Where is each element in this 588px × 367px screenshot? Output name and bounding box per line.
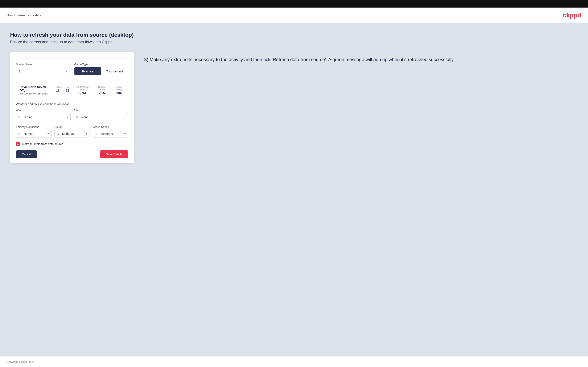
slope-rating-value: 134 (116, 91, 121, 95)
fairway-dropdown-wrapper: ⊙ Normal Firm Soft ▼ (16, 130, 52, 138)
rain-group: Rain ✳ None Light Heavy ▼ (74, 109, 128, 121)
wind-dropdown-wrapper: ≋ Strong Calm Light Moderate ▼ (16, 113, 71, 121)
footer: Copyright Clippd 2022 (0, 356, 588, 367)
course-par: Par 72 (66, 86, 69, 95)
fairway-label: Fairway Conditions (16, 125, 52, 128)
conditions-section-title: Weather and course conditions (optional) (16, 102, 128, 106)
cancel-button[interactable]: Cancel (16, 150, 37, 158)
slope-rating-label: Slope rating (113, 86, 125, 91)
slope-rating: Slope rating 134 (113, 86, 125, 95)
side-info-text: 3) Make any extra edits necessary to the… (144, 56, 578, 63)
conditions-row-1: Wind ≋ Strong Calm Light Moderate ▼ Rain (16, 109, 128, 121)
wind-select[interactable]: Strong Calm Light Moderate (16, 113, 71, 121)
course-name: Royal North Devon GC, (19, 85, 51, 92)
course-info-box: Royal North Devon GC, Westward Ho!, Engl… (16, 82, 128, 98)
action-buttons: Cancel Save Details (16, 150, 128, 158)
refresh-checkbox-label: Refresh shots from data source (22, 142, 63, 146)
content-row: Starting Hole 1 10 ▼ Game Type Practice … (10, 52, 578, 163)
checkmark-icon (17, 143, 19, 145)
rain-label: Rain (74, 109, 128, 112)
partial-top (16, 58, 128, 59)
course-name-block: Royal North Devon GC, Westward Ho!, Engl… (19, 85, 51, 95)
practice-button[interactable]: Practice (74, 67, 101, 75)
logo: clippd (563, 11, 581, 19)
side-info: 3) Make any extra edits necessary to the… (144, 52, 578, 63)
wind-label: Wind (16, 109, 71, 112)
page-subheading: Ensure the correct and most up to date d… (10, 40, 578, 44)
tournament-button[interactable]: Tournament (101, 67, 128, 75)
holes-value: 18 (56, 89, 60, 92)
course-stats: Holes 18 Par 72 Yards/White (M)) 6,744 C… (55, 86, 125, 95)
course-location: Westward Ho!, England (19, 92, 51, 95)
rough-dropdown-wrapper: ⊙ Moderate Light Heavy ▼ (54, 130, 90, 138)
green-speed-dropdown-wrapper: ◎ Moderate Slow Fast ▼ (93, 130, 128, 138)
game-type-group: Game Type Practice Tournament (74, 63, 128, 79)
course-holes: Holes 18 (55, 86, 61, 95)
header-title: How to refresh your data (7, 13, 41, 17)
holes-label: Holes (55, 86, 61, 88)
rain-select[interactable]: None Light Heavy (74, 113, 128, 121)
form-top-row: Starting Hole 1 10 ▼ Game Type Practice … (16, 63, 128, 79)
course-rating-value: 72.5 (99, 91, 105, 95)
top-bar (0, 0, 588, 8)
wind-group: Wind ≋ Strong Calm Light Moderate ▼ (16, 109, 71, 121)
page-heading: How to refresh your data from source (de… (10, 32, 578, 38)
form-card: Starting Hole 1 10 ▼ Game Type Practice … (10, 52, 134, 163)
rough-label: Rough (54, 125, 90, 128)
header: How to refresh your data clippd (0, 8, 588, 23)
game-type-label: Game Type (74, 63, 128, 66)
save-details-button[interactable]: Save Details (100, 150, 128, 158)
refresh-checkbox-row: Refresh shots from data source (16, 142, 128, 146)
green-speed-group: Green Speed ◎ Moderate Slow Fast ▼ (93, 125, 128, 138)
fairway-select[interactable]: Normal Firm Soft (16, 130, 52, 138)
fairway-group: Fairway Conditions ⊙ Normal Firm Soft ▼ (16, 125, 52, 138)
rain-dropdown-wrapper: ✳ None Light Heavy ▼ (74, 113, 128, 121)
conditions-row-2: Fairway Conditions ⊙ Normal Firm Soft ▼ … (16, 125, 128, 138)
green-speed-label: Green Speed (93, 125, 128, 128)
copyright-text: Copyright Clippd 2022 (7, 360, 34, 363)
game-type-buttons: Practice Tournament (74, 67, 128, 75)
green-speed-select[interactable]: Moderate Slow Fast (93, 130, 128, 138)
yards-label: Yards/White (M)) (74, 86, 90, 91)
course-yards: Yards/White (M)) 6,744 (74, 86, 90, 95)
refresh-checkbox[interactable] (16, 142, 20, 146)
starting-hole-wrapper: 1 10 ▼ (16, 67, 70, 75)
rough-select[interactable]: Moderate Light Heavy (54, 130, 90, 138)
par-label: Par (66, 86, 69, 88)
starting-hole-select[interactable]: 1 10 (16, 67, 70, 75)
yards-value: 6,744 (78, 91, 86, 95)
starting-hole-group: Starting Hole 1 10 ▼ (16, 63, 70, 79)
rough-group: Rough ⊙ Moderate Light Heavy ▼ (54, 125, 90, 138)
par-value: 72 (66, 89, 69, 92)
starting-hole-label: Starting Hole (16, 63, 70, 66)
course-rating-label: Course rating (95, 86, 108, 91)
main-content: How to refresh your data from source (de… (0, 23, 588, 356)
course-rating: Course rating 72.5 (95, 86, 108, 95)
